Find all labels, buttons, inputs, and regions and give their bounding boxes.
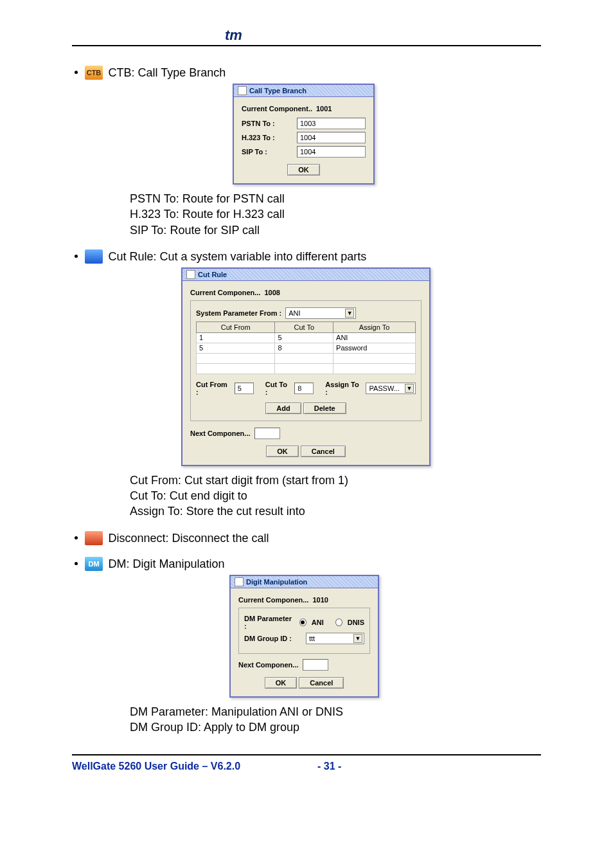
- window-icon: [238, 86, 247, 95]
- cutrule-icon: [85, 249, 103, 264]
- list-item: CTB CTB: Call Type Branch Call Type Bran…: [85, 66, 541, 238]
- cutfrom-label: Cut From :: [196, 381, 231, 396]
- list-item: DM DM: Digit Manipulation Digit Manipula…: [85, 557, 541, 736]
- dnis-radio[interactable]: [335, 619, 342, 626]
- assign-label: Assign To :: [325, 381, 362, 396]
- disconnect-icon: [85, 531, 103, 545]
- dm-notes: DM Parameter: Manipulation ANI or DNIS D…: [130, 704, 541, 736]
- dm-label: DM: Digit Manipulation: [108, 557, 224, 570]
- bottom-rule: [72, 754, 541, 755]
- dm-group-dropdown[interactable]: ttt ▼: [306, 633, 364, 644]
- cell: 1: [197, 332, 275, 343]
- next-input[interactable]: [254, 428, 280, 439]
- cell: 8: [275, 343, 333, 353]
- table-row[interactable]: [197, 353, 416, 363]
- dm-icon: DM: [85, 557, 103, 571]
- footer-right: - 31 -: [317, 761, 341, 772]
- col-cutfrom: Cut From: [197, 321, 275, 332]
- ctb-icon: CTB: [85, 66, 103, 80]
- list-item: Disconnect: Disconnect the call: [85, 531, 541, 545]
- ctb-current-value: 1001: [316, 105, 332, 113]
- cutrule-note-1: Cut From: Cut start digit from (start fr…: [130, 473, 541, 488]
- add-button[interactable]: Add: [265, 402, 301, 414]
- sysparam-dropdown[interactable]: ANI ▼: [285, 307, 356, 319]
- dm-group-label: DM Group ID :: [244, 635, 302, 642]
- col-assign: Assign To: [333, 321, 416, 332]
- dm-next-label: Next Componen...: [238, 661, 299, 669]
- dm-dialog: Digit Manipulation Current Componen... 1…: [229, 575, 379, 698]
- cutrule-current-label: Current Componen...: [190, 289, 260, 296]
- cutrule-cancel-button[interactable]: Cancel: [301, 446, 346, 457]
- footer-left: WellGate 5260 User Guide – V6.2.0: [72, 761, 240, 772]
- disconnect-label: Disconnect: Disconnect the call: [108, 531, 269, 544]
- ani-option: ANI: [312, 619, 324, 626]
- cutrule-titlebar: Cut Rule: [182, 269, 429, 281]
- cell: Password: [333, 343, 416, 353]
- dm-titlebar: Digit Manipulation: [231, 576, 378, 588]
- dm-note-1: DM Parameter: Manipulation ANI or DNIS: [130, 704, 541, 719]
- pstn-label: PSTN To :: [242, 120, 293, 127]
- sysparam-value: ANI: [289, 309, 300, 317]
- table-row[interactable]: 1 5 ANI: [197, 332, 416, 343]
- dm-ok-button[interactable]: OK: [265, 677, 298, 689]
- ani-radio[interactable]: [299, 619, 306, 626]
- cutrule-notes: Cut From: Cut start digit from (start fr…: [130, 473, 541, 520]
- cutrule-note-3: Assign To: Store the cut result into: [130, 503, 541, 519]
- dm-note-2: DM Group ID: Apply to DM group: [130, 719, 541, 735]
- ctb-ok-button[interactable]: OK: [287, 164, 320, 176]
- cutrule-label: Cut Rule: Cut a system variable into dif…: [108, 249, 366, 262]
- dm-current-label: Current Componen...: [238, 596, 308, 604]
- cutrule-title: Cut Rule: [198, 271, 227, 278]
- cutrule-note-2: Cut To: Cut end digit to: [130, 488, 541, 503]
- dm-title: Digit Manipulation: [246, 578, 307, 586]
- content-list: CTB CTB: Call Type Branch Call Type Bran…: [72, 66, 541, 735]
- dm-current-value: 1010: [312, 596, 328, 604]
- ctb-dialog: Call Type Branch Current Component.. 100…: [233, 84, 375, 185]
- assign-value: PASSW...: [369, 384, 399, 392]
- table-row[interactable]: 5 8 Password: [197, 343, 416, 353]
- ctb-titlebar: Call Type Branch: [234, 85, 373, 97]
- brand-logo: tm: [225, 27, 242, 44]
- page-footer: WellGate 5260 User Guide – V6.2.0 - 31 -: [72, 761, 541, 772]
- cutrule-current-value: 1008: [264, 289, 280, 296]
- window-icon: [235, 577, 244, 586]
- cutto-label: Cut To :: [265, 381, 290, 396]
- ctb-title: Call Type Branch: [249, 87, 306, 95]
- col-cutto: Cut To: [275, 321, 333, 332]
- ctb-note-2: H.323 To: Route for H.323 call: [130, 206, 541, 222]
- pstn-input[interactable]: [297, 118, 366, 129]
- top-rule: [72, 45, 541, 46]
- cell: 5: [275, 332, 333, 343]
- table-row[interactable]: [197, 363, 416, 374]
- cutfrom-input[interactable]: [235, 383, 254, 394]
- cutrule-dialog: Cut Rule Current Componen... 1008 System…: [181, 267, 431, 466]
- delete-button[interactable]: Delete: [303, 402, 346, 414]
- h323-input[interactable]: [297, 132, 366, 143]
- ctb-note-1: PSTN To: Route for PSTN call: [130, 191, 541, 206]
- chevron-down-icon: ▼: [353, 634, 362, 643]
- chevron-down-icon: ▼: [345, 309, 354, 318]
- ctb-note-3: SIP To: Route for SIP call: [130, 222, 541, 238]
- cell: 5: [197, 343, 275, 353]
- assign-dropdown[interactable]: PASSW... ▼: [366, 383, 416, 394]
- next-label: Next Componen...: [190, 429, 251, 437]
- ctb-label: CTB: Call Type Branch: [108, 66, 226, 79]
- cell: ANI: [333, 332, 416, 343]
- cutto-input[interactable]: [294, 383, 314, 394]
- chevron-down-icon: ▼: [405, 384, 414, 393]
- window-icon: [186, 270, 195, 279]
- list-item: Cut Rule: Cut a system variable into dif…: [85, 249, 541, 520]
- dnis-option: DNIS: [348, 619, 364, 626]
- ctb-current-label: Current Component..: [242, 105, 312, 113]
- dm-group-value: ttt: [309, 635, 315, 642]
- cutrule-table: Cut From Cut To Assign To 1 5 ANI 5 8: [196, 321, 416, 374]
- sip-label: SIP To :: [242, 148, 293, 156]
- h323-label: H.323 To :: [242, 134, 293, 141]
- dm-next-input[interactable]: [303, 659, 328, 671]
- ctb-notes: PSTN To: Route for PSTN call H.323 To: R…: [130, 191, 541, 238]
- dm-cancel-button[interactable]: Cancel: [299, 677, 344, 689]
- sip-input[interactable]: [297, 146, 366, 158]
- cutrule-ok-button[interactable]: OK: [266, 446, 299, 457]
- sysparam-label: System Parameter From :: [196, 309, 281, 317]
- dm-param-label: DM Parameter :: [244, 615, 296, 630]
